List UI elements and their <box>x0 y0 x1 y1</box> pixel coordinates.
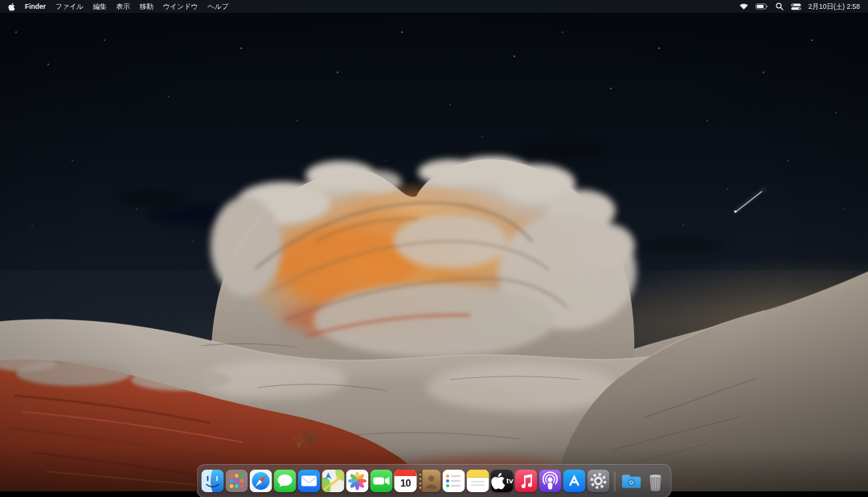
tv-label: tv <box>506 470 513 492</box>
dock-reminders[interactable] <box>443 470 465 492</box>
wifi-icon <box>739 3 748 10</box>
dock-notes[interactable] <box>467 470 489 492</box>
dock-finder[interactable] <box>202 470 224 492</box>
dock-messages[interactable] <box>274 470 297 492</box>
spotlight-button[interactable] <box>776 2 784 10</box>
mail-icon <box>298 470 321 492</box>
dock-trash[interactable] <box>645 470 667 492</box>
menu-window[interactable]: ウインドウ <box>163 0 199 13</box>
desktop-wallpaper <box>0 0 868 491</box>
menu-bar: Finder ファイル 編集 表示 移動 ウインドウ ヘルプ <box>0 0 868 13</box>
menu-view[interactable]: 表示 <box>117 0 130 13</box>
reminders-icon <box>443 470 465 492</box>
folder-icon <box>620 470 643 492</box>
dock-separator <box>615 471 616 491</box>
wifi-status[interactable] <box>739 3 748 10</box>
gear-icon <box>588 470 610 492</box>
battery-icon <box>755 3 768 10</box>
trash-icon <box>645 470 667 492</box>
launchpad-icon <box>226 470 248 492</box>
dock-system-settings[interactable] <box>588 470 610 492</box>
menubar-clock[interactable]: 2月10日(土) 2:58 <box>809 0 860 13</box>
control-center-icon <box>791 3 801 10</box>
dock-launchpad[interactable] <box>226 470 248 492</box>
menu-file[interactable]: ファイル <box>55 0 84 13</box>
dock-mail[interactable] <box>298 470 321 492</box>
contacts-icon <box>419 470 441 492</box>
messages-icon <box>274 470 297 492</box>
safari-icon <box>250 470 272 492</box>
calendar-header <box>395 470 417 476</box>
dock-downloads-folder[interactable] <box>620 470 643 492</box>
vignette <box>0 0 868 491</box>
facetime-icon <box>371 470 393 492</box>
finder-icon <box>202 470 224 492</box>
search-icon <box>776 2 784 10</box>
dock-app-store[interactable] <box>563 470 586 492</box>
control-center-button[interactable] <box>791 3 801 10</box>
music-icon <box>515 470 538 492</box>
calendar-day: 10 <box>395 476 417 491</box>
apple-logo-icon <box>8 2 15 11</box>
menubar-app-name[interactable]: Finder <box>25 0 46 13</box>
dock-music[interactable] <box>515 470 538 492</box>
dock-calendar[interactable]: 10 <box>395 470 417 492</box>
notes-icon <box>467 470 489 492</box>
dock: 10 <box>197 464 672 497</box>
dock-contacts[interactable] <box>419 470 441 492</box>
apple-menu[interactable] <box>8 2 15 11</box>
dock-photos[interactable] <box>346 470 369 492</box>
dock-podcasts[interactable] <box>539 470 562 492</box>
menu-go[interactable]: 移動 <box>140 0 154 13</box>
photos-icon <box>346 470 369 492</box>
app-store-icon <box>563 470 586 492</box>
dock-tv[interactable]: tv <box>491 470 514 492</box>
menu-help[interactable]: ヘルプ <box>207 0 228 13</box>
battery-status[interactable] <box>755 3 768 10</box>
tv-apple-glyph <box>491 470 506 492</box>
podcasts-icon <box>539 470 562 492</box>
dock-safari[interactable] <box>250 470 272 492</box>
menu-edit[interactable]: 編集 <box>93 0 107 13</box>
maps-icon <box>322 470 345 492</box>
dock-facetime[interactable] <box>371 470 393 492</box>
dock-maps[interactable] <box>322 470 345 492</box>
